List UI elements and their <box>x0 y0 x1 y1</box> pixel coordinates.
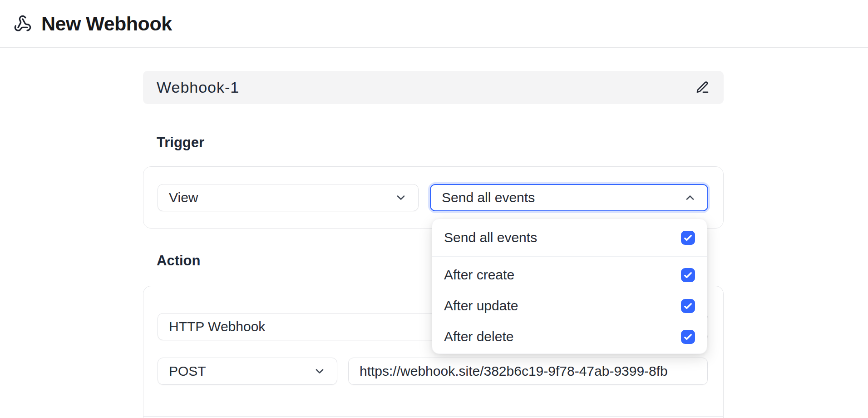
divider <box>143 416 723 417</box>
menu-item-send-all-events[interactable]: Send all events <box>432 224 707 251</box>
webhook-name-field[interactable]: Webhook-1 <box>143 71 724 104</box>
check-icon[interactable] <box>681 231 695 245</box>
webhook-url-input[interactable] <box>348 358 708 385</box>
menu-item-after-delete[interactable]: After delete <box>432 323 707 350</box>
chevron-up-icon <box>684 191 696 204</box>
new-webhook-modal: New Webhook Webhook-1 Trigger View Send … <box>0 0 868 418</box>
action-type-value: HTTP Webhook <box>169 319 265 334</box>
menu-item-label: After update <box>444 298 518 314</box>
chevron-down-icon <box>395 191 407 204</box>
http-method-select[interactable]: POST <box>158 358 337 385</box>
webhook-name-value: Webhook-1 <box>157 79 239 96</box>
webhook-icon <box>14 15 32 33</box>
trigger-event-value: View <box>169 190 198 205</box>
http-method-value: POST <box>169 363 206 379</box>
trigger-event-select[interactable]: View <box>158 184 419 211</box>
chevron-down-icon <box>313 365 326 378</box>
pencil-icon[interactable] <box>695 80 710 95</box>
menu-item-label: Send all events <box>444 230 537 245</box>
check-icon[interactable] <box>681 268 695 282</box>
trigger-heading: Trigger <box>157 134 204 151</box>
menu-item-after-create[interactable]: After create <box>432 261 707 289</box>
events-dropdown-menu: Send all events After create After updat… <box>432 219 707 354</box>
menu-item-label: After create <box>444 267 514 283</box>
menu-item-label: After delete <box>444 329 513 344</box>
trigger-operation-select[interactable]: Send all events <box>430 184 708 211</box>
trigger-operation-value: Send all events <box>442 190 535 205</box>
action-heading: Action <box>157 253 200 269</box>
divider <box>432 256 707 257</box>
webhook-url-value[interactable] <box>360 363 696 379</box>
check-icon[interactable] <box>681 299 695 313</box>
menu-item-after-update[interactable]: After update <box>432 292 707 319</box>
page-title: New Webhook <box>41 13 172 35</box>
modal-header: New Webhook <box>0 0 868 48</box>
check-icon[interactable] <box>681 330 695 344</box>
